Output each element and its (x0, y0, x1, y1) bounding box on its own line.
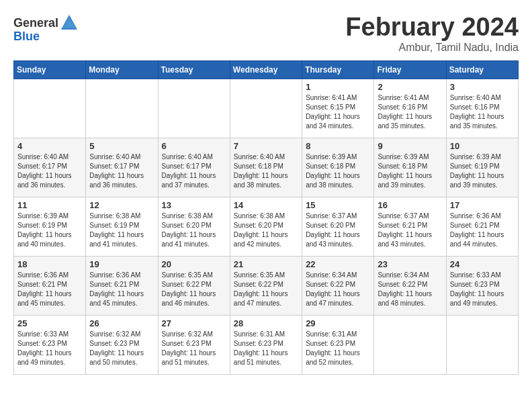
svg-marker-1 (62, 17, 76, 28)
calendar-table: SundayMondayTuesdayWednesdayThursdayFrid… (13, 60, 519, 375)
calendar-cell: 7Sunrise: 6:40 AM Sunset: 6:18 PM Daylig… (230, 138, 302, 197)
calendar-cell: 4Sunrise: 6:40 AM Sunset: 6:17 PM Daylig… (14, 138, 86, 197)
day-number: 18 (17, 259, 82, 269)
day-info: Sunrise: 6:41 AM Sunset: 6:15 PM Dayligh… (306, 93, 370, 131)
calendar-cell: 16Sunrise: 6:37 AM Sunset: 6:21 PM Dayli… (374, 197, 446, 256)
calendar-cell: 21Sunrise: 6:35 AM Sunset: 6:22 PM Dayli… (230, 256, 302, 315)
day-number: 2 (378, 82, 442, 92)
calendar-week-row: 1Sunrise: 6:41 AM Sunset: 6:15 PM Daylig… (14, 79, 519, 138)
day-number: 17 (450, 200, 515, 210)
day-number: 8 (306, 141, 370, 151)
calendar-header-wednesday: Wednesday (230, 60, 302, 79)
day-info: Sunrise: 6:40 AM Sunset: 6:17 PM Dayligh… (17, 152, 82, 190)
day-info: Sunrise: 6:36 AM Sunset: 6:21 PM Dayligh… (17, 271, 82, 308)
day-info: Sunrise: 6:39 AM Sunset: 6:18 PM Dayligh… (378, 152, 442, 190)
calendar-cell: 8Sunrise: 6:39 AM Sunset: 6:18 PM Daylig… (302, 138, 374, 197)
calendar-header-friday: Friday (374, 60, 446, 79)
day-info: Sunrise: 6:38 AM Sunset: 6:20 PM Dayligh… (162, 212, 226, 249)
day-number: 26 (89, 318, 154, 328)
calendar-header-monday: Monday (86, 60, 158, 79)
calendar-cell: 2Sunrise: 6:41 AM Sunset: 6:16 PM Daylig… (374, 79, 446, 138)
title-area: February 2024 Ambur, Tamil Nadu, India (345, 13, 519, 54)
calendar-cell: 10Sunrise: 6:39 AM Sunset: 6:19 PM Dayli… (446, 138, 518, 197)
day-number: 4 (17, 141, 82, 151)
calendar-cell: 13Sunrise: 6:38 AM Sunset: 6:20 PM Dayli… (158, 197, 230, 256)
day-number: 28 (234, 318, 298, 328)
logo-icon (60, 13, 79, 32)
calendar-header-saturday: Saturday (446, 60, 518, 79)
day-number: 29 (306, 318, 370, 328)
day-info: Sunrise: 6:40 AM Sunset: 6:16 PM Dayligh… (450, 93, 515, 131)
day-number: 20 (162, 259, 226, 269)
day-info: Sunrise: 6:34 AM Sunset: 6:22 PM Dayligh… (306, 271, 370, 308)
calendar-header-row: SundayMondayTuesdayWednesdayThursdayFrid… (14, 60, 519, 79)
day-number: 5 (89, 141, 154, 151)
calendar-cell (86, 79, 158, 138)
calendar-cell: 14Sunrise: 6:38 AM Sunset: 6:20 PM Dayli… (230, 197, 302, 256)
calendar-cell: 12Sunrise: 6:38 AM Sunset: 6:19 PM Dayli… (86, 197, 158, 256)
day-info: Sunrise: 6:36 AM Sunset: 6:21 PM Dayligh… (450, 212, 515, 249)
calendar-cell: 25Sunrise: 6:33 AM Sunset: 6:23 PM Dayli… (14, 315, 86, 374)
calendar-cell (230, 79, 302, 138)
calendar-cell (446, 315, 518, 374)
day-number: 7 (234, 141, 298, 151)
calendar-body: 1Sunrise: 6:41 AM Sunset: 6:15 PM Daylig… (14, 79, 519, 374)
day-number: 9 (378, 141, 442, 151)
calendar-header-thursday: Thursday (302, 60, 374, 79)
calendar-cell: 20Sunrise: 6:35 AM Sunset: 6:22 PM Dayli… (158, 256, 230, 315)
calendar-cell: 23Sunrise: 6:34 AM Sunset: 6:22 PM Dayli… (374, 256, 446, 315)
calendar-week-row: 25Sunrise: 6:33 AM Sunset: 6:23 PM Dayli… (14, 315, 519, 374)
day-number: 16 (378, 200, 442, 210)
day-number: 12 (89, 200, 154, 210)
calendar-cell: 22Sunrise: 6:34 AM Sunset: 6:22 PM Dayli… (302, 256, 374, 315)
calendar-cell: 11Sunrise: 6:39 AM Sunset: 6:19 PM Dayli… (14, 197, 86, 256)
day-number: 3 (450, 82, 515, 92)
calendar-week-row: 18Sunrise: 6:36 AM Sunset: 6:21 PM Dayli… (14, 256, 519, 315)
calendar-cell: 18Sunrise: 6:36 AM Sunset: 6:21 PM Dayli… (14, 256, 86, 315)
day-info: Sunrise: 6:35 AM Sunset: 6:22 PM Dayligh… (162, 271, 226, 308)
calendar-cell: 5Sunrise: 6:40 AM Sunset: 6:17 PM Daylig… (86, 138, 158, 197)
calendar-cell: 1Sunrise: 6:41 AM Sunset: 6:15 PM Daylig… (302, 79, 374, 138)
day-info: Sunrise: 6:37 AM Sunset: 6:20 PM Dayligh… (306, 212, 370, 249)
calendar-cell: 24Sunrise: 6:33 AM Sunset: 6:23 PM Dayli… (446, 256, 518, 315)
day-info: Sunrise: 6:33 AM Sunset: 6:23 PM Dayligh… (17, 330, 82, 367)
day-number: 25 (17, 318, 82, 328)
calendar-cell: 6Sunrise: 6:40 AM Sunset: 6:17 PM Daylig… (158, 138, 230, 197)
calendar-cell: 9Sunrise: 6:39 AM Sunset: 6:18 PM Daylig… (374, 138, 446, 197)
calendar-header-tuesday: Tuesday (158, 60, 230, 79)
day-info: Sunrise: 6:37 AM Sunset: 6:21 PM Dayligh… (378, 212, 442, 249)
day-info: Sunrise: 6:40 AM Sunset: 6:18 PM Dayligh… (234, 152, 298, 190)
day-info: Sunrise: 6:34 AM Sunset: 6:22 PM Dayligh… (378, 271, 442, 308)
day-number: 1 (306, 82, 370, 92)
calendar-cell: 28Sunrise: 6:31 AM Sunset: 6:23 PM Dayli… (230, 315, 302, 374)
header: General Blue February 2024 Ambur, Tamil … (13, 13, 519, 54)
logo: General Blue (13, 13, 79, 44)
day-info: Sunrise: 6:39 AM Sunset: 6:18 PM Dayligh… (306, 152, 370, 190)
day-info: Sunrise: 6:32 AM Sunset: 6:23 PM Dayligh… (162, 330, 226, 367)
calendar-header-sunday: Sunday (14, 60, 86, 79)
day-info: Sunrise: 6:38 AM Sunset: 6:20 PM Dayligh… (234, 212, 298, 249)
day-info: Sunrise: 6:35 AM Sunset: 6:22 PM Dayligh… (234, 271, 298, 308)
calendar-cell (158, 79, 230, 138)
day-number: 22 (306, 259, 370, 269)
day-info: Sunrise: 6:31 AM Sunset: 6:23 PM Dayligh… (234, 330, 298, 367)
day-info: Sunrise: 6:33 AM Sunset: 6:23 PM Dayligh… (450, 271, 515, 308)
day-info: Sunrise: 6:32 AM Sunset: 6:23 PM Dayligh… (89, 330, 154, 367)
day-info: Sunrise: 6:40 AM Sunset: 6:17 PM Dayligh… (89, 152, 154, 190)
day-number: 10 (450, 141, 515, 151)
day-info: Sunrise: 6:36 AM Sunset: 6:21 PM Dayligh… (89, 271, 154, 308)
day-info: Sunrise: 6:38 AM Sunset: 6:19 PM Dayligh… (89, 212, 154, 249)
day-number: 14 (234, 200, 298, 210)
subtitle: Ambur, Tamil Nadu, India (345, 42, 519, 54)
calendar-cell (374, 315, 446, 374)
day-info: Sunrise: 6:41 AM Sunset: 6:16 PM Dayligh… (378, 93, 442, 131)
day-number: 11 (17, 200, 82, 210)
day-info: Sunrise: 6:31 AM Sunset: 6:23 PM Dayligh… (306, 330, 370, 367)
calendar-cell: 27Sunrise: 6:32 AM Sunset: 6:23 PM Dayli… (158, 315, 230, 374)
month-title: February 2024 (345, 13, 519, 42)
calendar-week-row: 11Sunrise: 6:39 AM Sunset: 6:19 PM Dayli… (14, 197, 519, 256)
calendar-cell: 17Sunrise: 6:36 AM Sunset: 6:21 PM Dayli… (446, 197, 518, 256)
day-number: 23 (378, 259, 442, 269)
calendar-week-row: 4Sunrise: 6:40 AM Sunset: 6:17 PM Daylig… (14, 138, 519, 197)
day-number: 6 (162, 141, 226, 151)
